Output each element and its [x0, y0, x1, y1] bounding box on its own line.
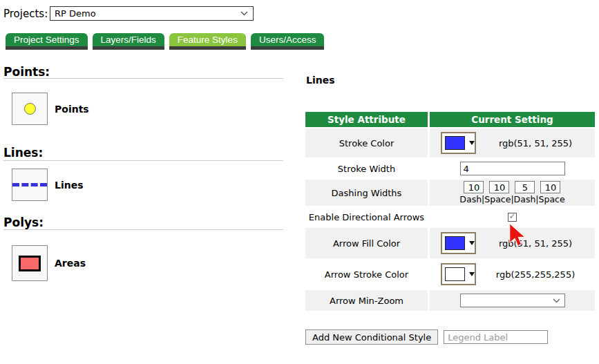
table-row-arrow-stroke-color: Arrow Stroke Color rgb(255,255,255) — [305, 260, 595, 289]
stroke-width-input[interactable] — [460, 162, 565, 175]
areas-legend-item[interactable]: Areas — [12, 245, 86, 281]
row-label: Dashing Widths — [305, 180, 428, 206]
column-header-current-setting: Current Setting — [430, 112, 595, 127]
tab-project-settings[interactable]: Project Settings — [6, 33, 88, 50]
chevron-down-icon — [553, 298, 560, 303]
column-header-style-attribute: Style Attribute — [305, 112, 428, 127]
color-swatch — [445, 136, 465, 150]
arrow-min-zoom-select[interactable] — [460, 294, 565, 307]
table-row-dashing-widths: Dashing Widths Dash|Space|Dash|Space — [305, 180, 595, 206]
arrow-fill-color-value: rgb(51, 51, 255) — [476, 238, 595, 249]
row-label: Arrow Stroke Color — [305, 260, 428, 289]
arrow-fill-color-picker[interactable] — [441, 232, 476, 254]
stroke-color-picker[interactable] — [441, 132, 476, 154]
tab-bar: Project Settings Layers/Fields Feature S… — [6, 33, 324, 50]
space-width-input-1[interactable] — [489, 181, 509, 193]
polys-section-heading: Polys: — [3, 215, 44, 229]
row-label: Enable Directional Arrows — [305, 207, 428, 227]
dashed-line-icon — [12, 183, 47, 186]
tab-users-access[interactable]: Users/Access — [251, 33, 325, 50]
point-circle-icon — [24, 103, 36, 115]
points-item-label: Points — [55, 104, 89, 115]
color-swatch — [445, 236, 465, 250]
lines-swatch[interactable] — [12, 169, 48, 201]
stroke-color-value: rgb(51, 51, 255) — [476, 138, 595, 149]
dash-width-input-2[interactable] — [515, 181, 535, 193]
dropdown-arrow-icon — [469, 272, 475, 276]
points-section-heading: Points: — [3, 65, 50, 79]
chevron-down-icon — [240, 11, 248, 16]
dropdown-arrow-icon — [469, 241, 475, 245]
table-row-stroke-width: Stroke Width — [305, 159, 595, 178]
areas-item-label: Areas — [55, 258, 86, 269]
projects-label: Projects: — [3, 8, 48, 20]
arrow-stroke-color-value: rgb(255,255,255) — [476, 269, 595, 280]
table-row-enable-directional-arrows: Enable Directional Arrows — [305, 207, 595, 227]
tab-layers-fields[interactable]: Layers/Fields — [93, 33, 164, 50]
arrow-stroke-color-picker[interactable] — [441, 263, 476, 285]
space-width-input-2[interactable] — [540, 181, 560, 193]
dash-space-caption: Dash|Space|Dash|Space — [459, 194, 564, 204]
add-new-conditional-style-button[interactable]: Add New Conditional Style — [305, 329, 438, 345]
row-label: Arrow Min-Zoom — [305, 290, 428, 311]
row-label: Stroke Width — [305, 159, 428, 178]
projects-select[interactable]: RP Demo — [50, 6, 254, 21]
table-row-arrow-fill-color: Arrow Fill Color rgb(51, 51, 255) — [305, 228, 595, 258]
lines-item-label: Lines — [55, 180, 84, 191]
table-row-stroke-color: Stroke Color rgb(51, 51, 255) — [305, 128, 595, 157]
legend-label-input[interactable] — [444, 330, 548, 344]
divider — [3, 78, 283, 79]
projects-select-value: RP Demo — [55, 8, 96, 19]
dropdown-arrow-icon — [469, 141, 475, 145]
divider — [3, 229, 283, 230]
enable-directional-arrows-checkbox[interactable] — [508, 213, 517, 222]
style-attributes-table: Style Attribute Current Setting Stroke C… — [305, 112, 595, 312]
dash-width-input-1[interactable] — [464, 181, 484, 193]
row-label: Stroke Color — [305, 128, 428, 157]
table-header-row: Style Attribute Current Setting — [305, 112, 595, 127]
color-swatch — [445, 267, 465, 281]
table-row-arrow-min-zoom: Arrow Min-Zoom — [305, 290, 595, 311]
table-footer: Add New Conditional Style — [305, 329, 548, 345]
lines-section-heading: Lines: — [3, 146, 43, 160]
divider — [3, 160, 283, 161]
lines-legend-item[interactable]: Lines — [12, 169, 84, 201]
area-rectangle-icon — [19, 256, 41, 271]
row-label: Arrow Fill Color — [305, 228, 428, 258]
areas-swatch[interactable] — [12, 245, 48, 281]
points-legend-item[interactable]: Points — [12, 93, 89, 125]
points-swatch[interactable] — [12, 93, 48, 125]
tab-feature-styles[interactable]: Feature Styles — [169, 33, 246, 50]
panel-title: Lines — [306, 75, 335, 86]
